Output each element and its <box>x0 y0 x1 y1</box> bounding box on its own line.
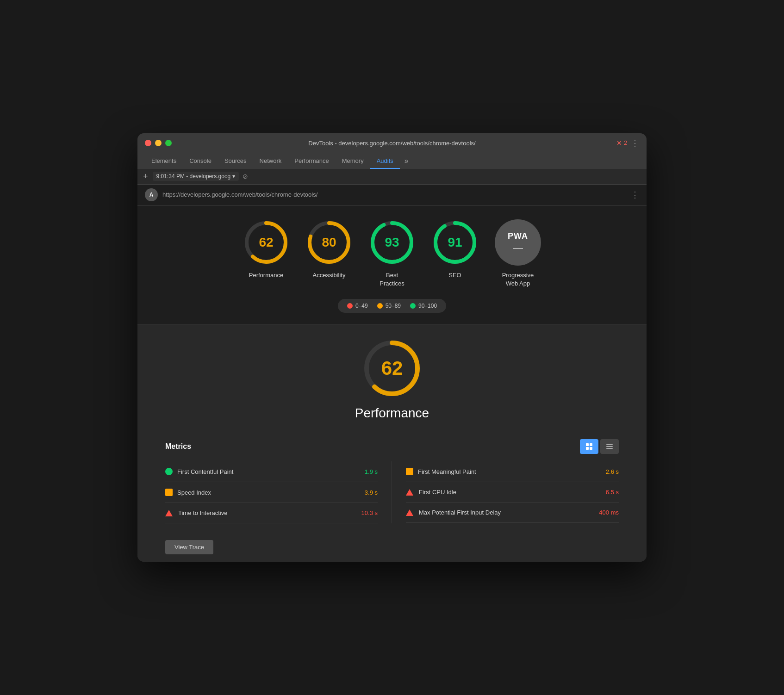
devtools-url-bar: A https://developers.google.com/web/tool… <box>137 185 647 205</box>
title-bar-top: DevTools - developers.google.com/web/too… <box>145 140 639 147</box>
legend-high: 90–100 <box>410 303 437 309</box>
metric-name-fcp: First Contentful Paint <box>177 468 360 475</box>
metric-icon-fmp <box>406 468 413 475</box>
tab-network[interactable]: Network <box>253 154 288 169</box>
address-tab[interactable]: 9:01:34 PM - developers.goog ▾ <box>153 172 239 181</box>
metric-speed-index: Speed Index 3.9 s <box>165 482 378 503</box>
menu-dots-icon[interactable]: ⋮ <box>631 138 639 148</box>
error-count: 2 <box>624 140 627 146</box>
score-item-seo: 91 SEO <box>432 219 478 279</box>
bp-label: BestPractices <box>380 271 404 288</box>
perf-detail-score: 62 <box>381 357 403 379</box>
tab-performance[interactable]: Performance <box>288 154 335 169</box>
metric-value-tti: 10.3 s <box>361 509 378 516</box>
legend-high-label: 90–100 <box>418 303 437 309</box>
score-circle-performance: 62 <box>243 219 289 266</box>
metrics-left-col: First Contentful Paint 1.9 s Speed Index… <box>165 461 392 523</box>
metric-name-fci: First CPU Idle <box>419 489 601 496</box>
view-trace-button[interactable]: View Trace <box>165 540 213 554</box>
stop-icon[interactable]: ⊘ <box>243 173 248 180</box>
pwa-label: ProgressiveWeb App <box>502 271 534 288</box>
devtools-tab-bar: Elements Console Sources Network Perform… <box>145 153 639 169</box>
svg-rect-13 <box>590 447 592 450</box>
legend-low-label: 0–49 <box>355 303 368 309</box>
metric-value-fmp: 2.6 s <box>606 468 619 475</box>
metric-max-potential-fid: Max Potential First Input Delay 400 ms <box>406 503 619 523</box>
maximize-button[interactable] <box>165 140 172 146</box>
perf-score-62: 62 <box>259 235 273 250</box>
tab-sources[interactable]: Sources <box>218 154 253 169</box>
score-item-performance: 62 Performance <box>243 219 289 279</box>
metric-icon-fci <box>406 489 413 496</box>
score-circle-best-practices: 93 <box>369 219 415 266</box>
svg-rect-16 <box>606 448 613 449</box>
metric-name-tti: Time to Interactive <box>178 509 357 516</box>
new-tab-button[interactable]: + <box>143 172 148 181</box>
more-tabs-button[interactable]: » <box>400 153 413 169</box>
legend-dot-high <box>410 303 416 309</box>
error-icon: ✕ <box>616 139 622 147</box>
seo-label: SEO <box>448 271 461 279</box>
metric-name-si: Speed Index <box>177 489 360 496</box>
site-logo: A <box>145 188 158 201</box>
score-circles: 62 Performance 80 Accessibility <box>243 219 541 288</box>
devtools-content: A https://developers.google.com/web/tool… <box>137 185 647 562</box>
legend-low: 0–49 <box>347 303 368 309</box>
metric-name-fid: Max Potential First Input Delay <box>419 509 594 516</box>
score-legend: 0–49 50–89 90–100 <box>338 299 446 313</box>
svg-rect-11 <box>590 443 592 446</box>
metric-name-fmp: First Meaningful Paint <box>418 468 601 475</box>
pwa-dash: — <box>513 243 523 253</box>
address-bar-row: + 9:01:34 PM - developers.goog ▾ ⊘ <box>137 169 647 185</box>
score-item-best-practices: 93 BestPractices <box>369 219 415 288</box>
score-item-pwa: PWA — ProgressiveWeb App <box>495 219 541 288</box>
tab-audits[interactable]: Audits <box>370 154 400 169</box>
pwa-logo-text: PWA <box>508 231 528 241</box>
metric-value-si: 3.9 s <box>365 489 378 496</box>
window-title: DevTools - developers.google.com/web/too… <box>308 140 475 147</box>
svg-rect-14 <box>606 444 613 445</box>
title-bar-right: ✕ 2 ⋮ <box>616 138 639 148</box>
traffic-lights <box>145 140 172 146</box>
performance-detail: 62 Performance <box>137 324 647 439</box>
metric-first-meaningful-paint: First Meaningful Paint 2.6 s <box>406 461 619 482</box>
svg-rect-15 <box>606 446 613 447</box>
metrics-toggle <box>580 439 619 454</box>
tab-elements[interactable]: Elements <box>145 154 183 169</box>
audit-summary: 62 Performance 80 Accessibility <box>137 205 647 324</box>
perf-score-big: 62 <box>362 338 422 398</box>
perf-label: Performance <box>249 271 283 279</box>
metric-first-cpu-idle: First CPU Idle 6.5 s <box>406 482 619 503</box>
legend-dot-low <box>347 303 353 309</box>
minimize-button[interactable] <box>155 140 162 146</box>
devtools-url-text: https://developers.google.com/web/tools/… <box>162 191 631 198</box>
browser-window: DevTools - developers.google.com/web/too… <box>137 133 647 562</box>
metric-first-contentful-paint: First Contentful Paint 1.9 s <box>165 461 378 482</box>
tab-memory[interactable]: Memory <box>336 154 370 169</box>
close-button[interactable] <box>145 140 151 146</box>
legend-mid: 50–89 <box>377 303 401 309</box>
acc-score-80: 80 <box>322 235 336 250</box>
pwa-circle: PWA — <box>495 219 541 266</box>
perf-score-center: 62 Performance <box>165 338 619 421</box>
metric-icon-fcp <box>165 468 173 475</box>
tab-console[interactable]: Console <box>183 154 218 169</box>
metric-value-fid: 400 ms <box>599 509 619 516</box>
more-button-container: View Trace <box>137 533 647 562</box>
error-badge: ✕ 2 <box>616 139 627 147</box>
svg-rect-10 <box>586 443 589 446</box>
metrics-right-col: First Meaningful Paint 2.6 s First CPU I… <box>392 461 619 523</box>
metric-value-fci: 6.5 s <box>606 489 619 496</box>
score-circle-seo: 91 <box>432 219 478 266</box>
toggle-grid-button[interactable] <box>580 439 598 454</box>
metrics-title: Metrics <box>165 442 191 451</box>
metric-time-to-interactive: Time to Interactive 10.3 s <box>165 503 378 523</box>
devtools-url-menu-icon[interactable]: ⋮ <box>631 190 639 200</box>
title-bar: DevTools - developers.google.com/web/too… <box>137 133 647 169</box>
score-item-accessibility: 80 Accessibility <box>306 219 352 279</box>
metrics-header: Metrics <box>165 439 619 454</box>
toggle-list-button[interactable] <box>600 439 619 454</box>
metric-value-fcp: 1.9 s <box>365 468 378 475</box>
acc-label: Accessibility <box>313 271 346 279</box>
address-bar-content: 9:01:34 PM - developers.goog ▾ ⊘ <box>153 172 641 181</box>
